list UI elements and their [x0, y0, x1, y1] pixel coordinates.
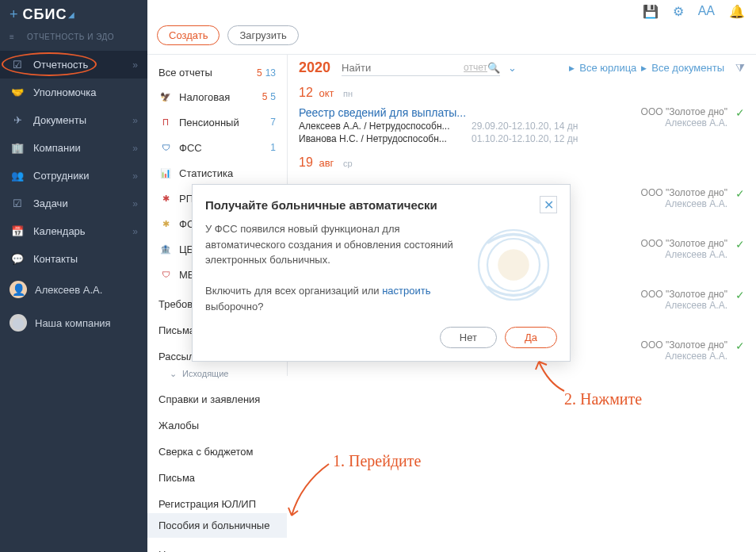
annotation-step1: 1. Перейдите	[333, 452, 421, 470]
filter-section[interactable]: Пособия и больничные	[147, 513, 287, 538]
filter-section[interactable]: Справки и заявления	[147, 382, 287, 408]
report-org: ООО "Золотое дно"	[641, 238, 727, 249]
triangle-icon: ▶	[641, 64, 647, 72]
nav-icon: ☑	[10, 59, 25, 71]
chevron-down-icon: ⌄	[170, 369, 177, 378]
user-item-0[interactable]: 👤 Алексеев А.А.	[0, 273, 147, 306]
filter-section[interactable]: Жалобы	[147, 408, 287, 435]
year-label[interactable]: 2020	[299, 59, 330, 76]
menu-icon: ≡	[10, 33, 22, 41]
nav-icon: 🏢	[10, 142, 25, 154]
user-item-1[interactable]: ⬤ Наша компания	[0, 306, 147, 339]
filter-docs[interactable]: Все документы	[651, 62, 724, 74]
date-day: 19	[299, 155, 313, 169]
date-row: 19 авг ср	[288, 152, 756, 173]
chevron-icon: »	[132, 171, 138, 182]
date-month: авг	[319, 157, 334, 169]
filter-sub[interactable]: ⌄ Исходящие	[147, 366, 287, 382]
nav-label: Сотрудники	[33, 170, 132, 182]
filter-section[interactable]: Сверка с бюджетом	[147, 435, 287, 461]
report-user: Алексеев А.А.	[641, 351, 727, 362]
report-item[interactable]: Реестр сведений для выплаты... Алексеев …	[288, 103, 756, 152]
check-icon: ✓	[735, 106, 745, 144]
topbar: 💾 ⚙ AA 🔔	[147, 0, 756, 22]
filter-item-2[interactable]: 🛡 ФСС 1	[147, 135, 287, 160]
report-person: Иванова Н.С. / Нетрудоспособн...	[299, 133, 465, 144]
avatar: 👤	[10, 281, 27, 298]
nav-item-4[interactable]: 👥 Сотрудники »	[0, 162, 147, 190]
user-label: Наша компания	[35, 317, 111, 329]
filter-label: Статистика	[179, 167, 269, 179]
font-size-icon[interactable]: AA	[698, 4, 715, 18]
bell-icon[interactable]: 🔔	[729, 4, 745, 19]
nav-icon: 🤝	[10, 86, 25, 98]
report-org: ООО "Золотое дно"	[641, 106, 727, 117]
create-button[interactable]: Создать	[157, 25, 220, 45]
filter-count-orange: 5	[262, 91, 268, 102]
modal-title: Получайте больничные автоматически	[205, 198, 540, 212]
check-icon: ✓	[735, 187, 745, 209]
check-icon: ✓	[735, 289, 745, 311]
search-icon[interactable]: 🔍	[487, 62, 500, 74]
logo[interactable]: + СБИС ◢	[0, 0, 147, 29]
gear-icon[interactable]: ⚙	[673, 4, 684, 19]
check-icon: ✓	[735, 339, 745, 362]
filter-section[interactable]: На пенсию	[147, 538, 287, 552]
search-input[interactable]	[342, 62, 460, 74]
nav-label: Уполномочка	[33, 86, 138, 98]
right-filters: ▶ Все юрлица ▶ Все документы ⧩	[569, 61, 745, 75]
nav-label: Отчетность	[33, 59, 132, 71]
nav-item-6[interactable]: 📅 Календарь »	[0, 217, 147, 245]
user-label: Алексеев А.А.	[35, 284, 102, 296]
filter-count-orange: 5	[257, 67, 262, 79]
upload-button[interactable]: Загрузить	[227, 25, 298, 45]
svg-point-2	[498, 249, 529, 281]
report-user: Алексеев А.А.	[641, 249, 727, 260]
modal-dialog: Получайте больничные автоматически ✕ У Ф…	[192, 184, 571, 362]
filter-icon: ✱	[158, 217, 173, 231]
chevron-icon: »	[132, 226, 138, 237]
nav-label: Задачи	[33, 197, 132, 209]
nav-item-3[interactable]: 🏢 Компании »	[0, 134, 147, 162]
date-weekday: пн	[343, 89, 353, 98]
nav-item-1[interactable]: 🤝 Уполномочка	[0, 79, 147, 106]
date-day: 12	[299, 86, 313, 99]
filter-item-0[interactable]: 🦅 Налоговая 5 5	[147, 84, 287, 109]
report-user: Алексеев А.А.	[641, 198, 727, 209]
save-icon[interactable]: 💾	[643, 4, 659, 19]
filter-orgs[interactable]: Все юрлица	[579, 62, 636, 74]
nav-label: Контакты	[33, 253, 138, 265]
sidebar: + СБИС ◢ ≡ ОТЧЕТНОСТЬ И ЭДО ☑ Отчетность…	[0, 0, 147, 552]
close-icon[interactable]: ✕	[540, 196, 557, 213]
avatar: ⬤	[10, 314, 27, 332]
subtitle[interactable]: ≡ ОТЧЕТНОСТЬ И ЭДО	[0, 29, 147, 51]
filter-item-3[interactable]: 📊 Статистика	[147, 160, 287, 186]
filter-icon: ✱	[158, 191, 173, 205]
funnel-icon[interactable]: ⧩	[735, 61, 745, 75]
date-row: 12 окт пн	[288, 82, 756, 103]
nav-item-7[interactable]: 💬 Контакты	[0, 245, 147, 273]
filter-item-1[interactable]: П Пенсионный 7	[147, 109, 287, 135]
configure-link[interactable]: настроить	[382, 285, 430, 297]
chevron-icon: »	[132, 59, 138, 71]
nav-icon: 📅	[10, 225, 25, 237]
filter-label: Налоговая	[179, 91, 259, 103]
chevron-down-icon[interactable]: ⌄	[508, 62, 517, 74]
nav-item-5[interactable]: ☑ Задачи »	[0, 190, 147, 217]
nav-item-0[interactable]: ☑ Отчетность »	[0, 51, 147, 79]
bird-icon: ◢	[68, 10, 74, 19]
filter-sub-label: Исходящие	[182, 369, 228, 378]
yes-button[interactable]: Да	[505, 327, 557, 348]
filter-section[interactable]: Регистрация ЮЛ/ИП	[147, 487, 287, 513]
filter-all[interactable]: Все отчеты 5 13	[147, 61, 287, 84]
nav-item-2[interactable]: ✈ Документы »	[0, 106, 147, 134]
search-hint[interactable]: отчет	[464, 62, 487, 73]
filter-icon: 🛡	[158, 140, 173, 155]
no-button[interactable]: Нет	[440, 327, 497, 348]
plus-icon: +	[10, 6, 18, 23]
search-box[interactable]: отчет 🔍	[342, 60, 500, 76]
nav-label: Документы	[33, 114, 132, 126]
report-title[interactable]: Реестр сведений для выплаты...	[299, 106, 641, 119]
filter-section[interactable]: Письма	[147, 461, 287, 487]
report-org: ООО "Золотое дно"	[641, 339, 727, 351]
